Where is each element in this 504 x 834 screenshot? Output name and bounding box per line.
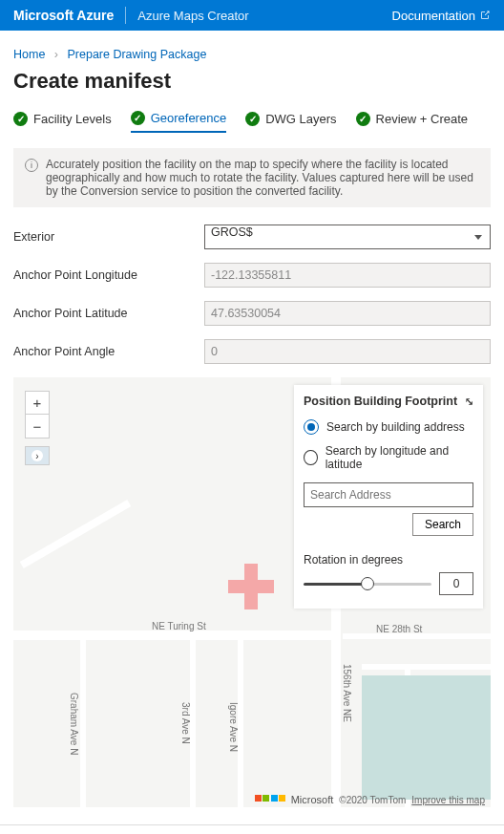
footer-bar: Create + Download Previous Next xyxy=(0,824,504,834)
topbar-divider xyxy=(125,7,126,24)
info-text: Accurately position the facility on the … xyxy=(46,158,479,198)
street-label: Igore Ave N xyxy=(228,702,239,752)
check-icon: ✓ xyxy=(13,112,28,126)
angle-input xyxy=(204,339,491,364)
longitude-input xyxy=(204,263,491,288)
collapse-icon[interactable]: ⤡ xyxy=(465,396,473,408)
radio-icon xyxy=(304,450,318,465)
tab-dwg-layers[interactable]: ✓DWG Layers xyxy=(245,111,336,133)
tab-review-create[interactable]: ✓Review + Create xyxy=(356,111,468,133)
street-label: 3rd Ave N xyxy=(180,702,191,744)
breadcrumb: Home › Prepare Drawing Package xyxy=(13,48,491,61)
search-button[interactable]: Search xyxy=(412,513,473,536)
zoom-out-button[interactable]: − xyxy=(26,415,49,438)
latitude-label: Anchor Point Latitude xyxy=(13,307,204,320)
breadcrumb-home[interactable]: Home xyxy=(13,48,45,61)
street-label: NE 28th St xyxy=(376,624,422,634)
rotation-slider[interactable] xyxy=(304,574,431,593)
app-name: Azure Maps Creator xyxy=(137,9,248,23)
attrib-brand: Microsoft xyxy=(291,794,334,805)
zoom-in-button[interactable]: + xyxy=(26,392,49,415)
documentation-link[interactable]: Documentation xyxy=(392,9,491,23)
map-canvas[interactable]: NE Turing St NE 28th St Graham Ave N 3rd… xyxy=(13,377,491,807)
angle-label: Anchor Point Angle xyxy=(13,345,204,358)
radio-icon xyxy=(304,419,319,435)
layer-button[interactable]: › xyxy=(25,446,50,465)
building-marker-icon[interactable] xyxy=(228,564,274,609)
chevron-right-icon: › xyxy=(32,450,43,461)
street-label: 156th Ave NE xyxy=(342,664,352,722)
footprint-panel: Position Building Footprint ⤡ Search by … xyxy=(294,385,483,609)
longitude-label: Anchor Point Longitude xyxy=(13,268,204,282)
map-attribution: Microsoft ©2020 TomTom Improve this map xyxy=(255,794,485,805)
zoom-control: + − xyxy=(25,391,50,438)
improve-map-link[interactable]: Improve this map xyxy=(411,795,485,805)
panel-title: Position Building Footprint xyxy=(304,395,457,408)
exterior-select[interactable]: GROS$ xyxy=(204,225,491,249)
check-icon: ✓ xyxy=(131,111,145,125)
street-label: NE Turing St xyxy=(152,621,206,631)
latitude-input xyxy=(204,301,491,326)
radio-search-address[interactable]: Search by building address xyxy=(304,419,473,435)
exterior-label: Exterior xyxy=(13,230,204,244)
chevron-right-icon: › xyxy=(54,48,58,61)
info-banner: i Accurately position the facility on th… xyxy=(13,148,491,207)
rotation-label: Rotation in degrees xyxy=(304,553,473,567)
attrib-copy: ©2020 TomTom xyxy=(339,795,406,805)
tab-facility-levels[interactable]: ✓Facility Levels xyxy=(13,111,112,133)
brand-logo[interactable]: Microsoft Azure xyxy=(13,8,114,23)
microsoft-logo-icon xyxy=(255,795,285,805)
slider-thumb-icon[interactable] xyxy=(361,577,374,590)
wizard-tabs: ✓Facility Levels ✓Georeference ✓DWG Laye… xyxy=(13,111,491,133)
rotation-value-input[interactable]: 0 xyxy=(439,572,473,595)
external-link-icon xyxy=(479,10,491,21)
page-title: Create manifest xyxy=(13,69,491,94)
street-label: Graham Ave N xyxy=(69,693,79,755)
topbar: Microsoft Azure Azure Maps Creator Docum… xyxy=(0,0,504,31)
breadcrumb-current[interactable]: Prepare Drawing Package xyxy=(67,48,206,61)
radio-search-coords[interactable]: Search by longitude and latitude xyxy=(304,444,473,471)
tab-georeference[interactable]: ✓Georeference xyxy=(131,111,227,133)
info-icon: i xyxy=(25,159,38,172)
check-icon: ✓ xyxy=(356,112,370,126)
check-icon: ✓ xyxy=(245,112,260,126)
search-address-input[interactable] xyxy=(304,482,473,507)
